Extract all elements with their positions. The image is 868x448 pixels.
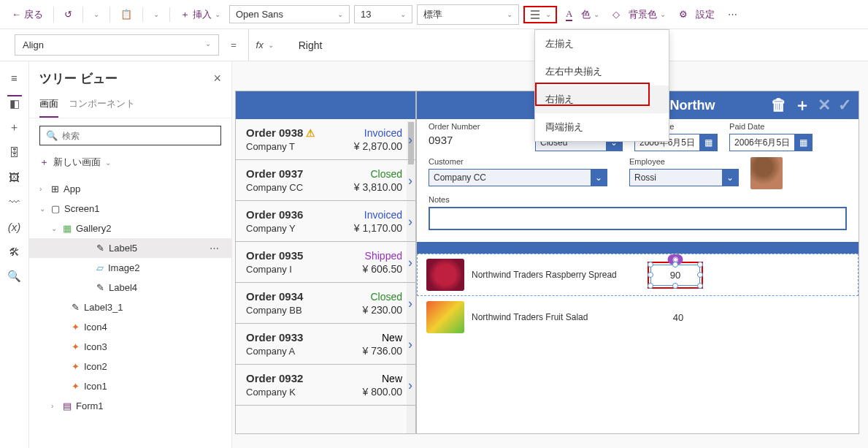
- top-toolbar: ← 戻る ↺ ⌄ 📋 ⌄ ＋ 挿入 ⌄ Open Sans⌄ 13⌄ 標準⌄ ⌄…: [0, 0, 868, 29]
- order-number-label: Order Number: [429, 122, 523, 131]
- order-item[interactable]: Order 0932New Company K¥ 800.00 ›: [236, 365, 415, 406]
- fontsize-select[interactable]: 13⌄: [354, 5, 412, 23]
- calendar-icon: ▦: [699, 134, 717, 151]
- chevron-right-icon: ›: [408, 172, 412, 188]
- order-item[interactable]: Order 0935Shipped Company I¥ 606.50 ›: [236, 242, 415, 283]
- rail-tree[interactable]: ◧: [7, 95, 22, 110]
- order-item[interactable]: Order 0937Closed Company CC¥ 3,810.00 ›: [236, 160, 415, 201]
- more-icon[interactable]: ⋯: [210, 243, 220, 254]
- order-list: Order 0938⚠Invoiced Company T¥ 2,870.00 …: [236, 119, 415, 406]
- align-left-option[interactable]: 左揃え: [535, 30, 669, 58]
- back-button[interactable]: ← 戻る: [7, 5, 47, 24]
- tree-item-image2[interactable]: ▱Image2: [29, 258, 231, 278]
- notes-input[interactable]: [429, 207, 847, 230]
- rail-var[interactable]: (x): [7, 219, 22, 234]
- order-item[interactable]: Order 0938⚠Invoiced Company T¥ 2,870.00 …: [236, 119, 415, 160]
- product-row[interactable]: Northwind Traders Raspberry Spread ◉ 90: [417, 254, 859, 296]
- cancel-icon[interactable]: ✕: [818, 96, 831, 115]
- icon-icon: ✦: [72, 322, 80, 333]
- search-icon: 🔍: [46, 130, 58, 141]
- tree-search-input[interactable]: [62, 131, 215, 141]
- fx-chevron[interactable]: ⌄: [268, 41, 274, 49]
- app-icon: ⊞: [51, 183, 59, 194]
- color-label: 色: [581, 8, 591, 21]
- tree-item-icon3[interactable]: ✦Icon3: [29, 337, 231, 357]
- new-screen-button[interactable]: ＋ 新しい画面 ⌄: [29, 153, 231, 176]
- tree-item-icon1[interactable]: ✦Icon1: [29, 376, 231, 396]
- add-icon[interactable]: ＋: [794, 94, 810, 116]
- undo-button[interactable]: ↺: [60, 6, 77, 23]
- fill-icon: ◇: [612, 9, 620, 20]
- more-button[interactable]: ⋯: [723, 6, 742, 23]
- rail-tools[interactable]: 🛠: [7, 244, 22, 259]
- fx-box: fx⌄: [248, 29, 281, 61]
- product-row[interactable]: Northwind Traders Fruit Salad 40: [417, 296, 859, 338]
- tree-item-label4[interactable]: ✎Label4: [29, 278, 231, 297]
- chevron-right-icon: ›: [408, 377, 412, 392]
- notes-label: Notes: [429, 195, 847, 204]
- tree-item-icon2[interactable]: ✦Icon2: [29, 357, 231, 376]
- tree-item-label3-1[interactable]: ✎Label3_1: [29, 297, 231, 317]
- rail-flow[interactable]: 〰: [7, 194, 22, 209]
- insert-label: 挿入: [193, 8, 212, 21]
- product-image: [426, 301, 464, 333]
- settings-label: 設定: [696, 8, 715, 21]
- chevron-right-icon: ›: [408, 336, 412, 352]
- rail-search[interactable]: 🔍: [7, 269, 22, 284]
- fontweight-select[interactable]: 標準⌄: [417, 4, 519, 25]
- equals-label: =: [226, 39, 241, 50]
- product-name: Northwind Traders Raspberry Spread: [472, 270, 640, 280]
- align-center-option[interactable]: 左右中央揃え: [535, 58, 669, 86]
- close-icon[interactable]: ×: [213, 71, 221, 86]
- screen-icon: ▢: [51, 203, 60, 214]
- save-icon[interactable]: ✓: [838, 96, 851, 115]
- undo-chevron[interactable]: ⌄: [89, 7, 104, 21]
- rail-media[interactable]: 🖾: [7, 170, 22, 184]
- paid-date-input[interactable]: 2006年6月5日▦: [729, 134, 813, 151]
- chevron-right-icon: ›: [408, 254, 412, 270]
- align-right-option[interactable]: 右揃え: [535, 86, 669, 113]
- tree-item-screen1[interactable]: ⌄▢Screen1: [29, 199, 231, 219]
- delete-icon[interactable]: 🗑: [771, 96, 787, 115]
- insert-button[interactable]: ＋ 挿入 ⌄: [176, 5, 225, 24]
- calendar-icon: ▦: [794, 134, 812, 151]
- tree-item-form1[interactable]: ›▤Form1: [29, 396, 231, 416]
- section-divider: [417, 242, 859, 254]
- fontweight-val: 標準: [423, 8, 442, 21]
- qty-label-selected[interactable]: 90: [650, 265, 700, 286]
- chevron-right-icon: ›: [408, 213, 412, 229]
- paste-button[interactable]: 📋: [116, 6, 137, 23]
- rail-insert[interactable]: ＋: [7, 120, 22, 134]
- tab-screens[interactable]: 画面: [39, 93, 58, 118]
- fontcolor-button[interactable]: A 色 ⌄: [561, 5, 604, 24]
- employee-label: Employee: [629, 157, 739, 166]
- order-item[interactable]: Order 0936Invoiced Company Y¥ 1,170.00 ›: [236, 201, 415, 242]
- font-select[interactable]: Open Sans⌄: [229, 5, 350, 23]
- property-name: Align: [23, 39, 44, 50]
- customer-select[interactable]: Company CC⌄: [429, 169, 607, 186]
- order-item[interactable]: Order 0933New Company A¥ 736.00 ›: [236, 324, 415, 365]
- tree-search[interactable]: 🔍: [39, 126, 221, 145]
- chevron-right-icon: ›: [408, 132, 412, 147]
- employee-avatar: [750, 157, 783, 189]
- align-button[interactable]: ⌄: [523, 6, 557, 23]
- settings-button[interactable]: ⚙ 設定: [675, 5, 720, 24]
- align-menu: 左揃え 左右中央揃え 右揃え 両端揃え: [534, 29, 669, 142]
- tab-components[interactable]: コンポーネント: [69, 93, 135, 118]
- tree-item-app[interactable]: ›⊞App: [29, 179, 231, 199]
- rail-hamburger[interactable]: ≡: [7, 70, 22, 85]
- tree-item-icon4[interactable]: ✦Icon4: [29, 317, 231, 337]
- align-justify-option[interactable]: 両端揃え: [535, 113, 669, 141]
- paste-chevron[interactable]: ⌄: [149, 7, 164, 21]
- chevron-down-icon: ⌄: [591, 170, 607, 186]
- property-select[interactable]: Align⌄: [15, 34, 219, 56]
- order-item[interactable]: Order 0934Closed Company BB¥ 230.00 ›: [236, 283, 415, 324]
- tree-item-label5[interactable]: ✎Label5⋯: [29, 238, 231, 258]
- formula-input[interactable]: Right: [288, 39, 333, 51]
- employee-select[interactable]: Rossi⌄: [629, 169, 739, 186]
- rail-data[interactable]: 🗄: [7, 145, 22, 159]
- tree-title: ツリー ビュー: [39, 70, 118, 87]
- bgcolor-button[interactable]: ◇ 背景色 ⌄: [608, 5, 670, 24]
- tree-item-gallery2[interactable]: ⌄▦Gallery2: [29, 219, 231, 238]
- left-rail: ≡ ◧ ＋ 🗄 🖾 〰 (x) 🛠 🔍: [0, 61, 29, 448]
